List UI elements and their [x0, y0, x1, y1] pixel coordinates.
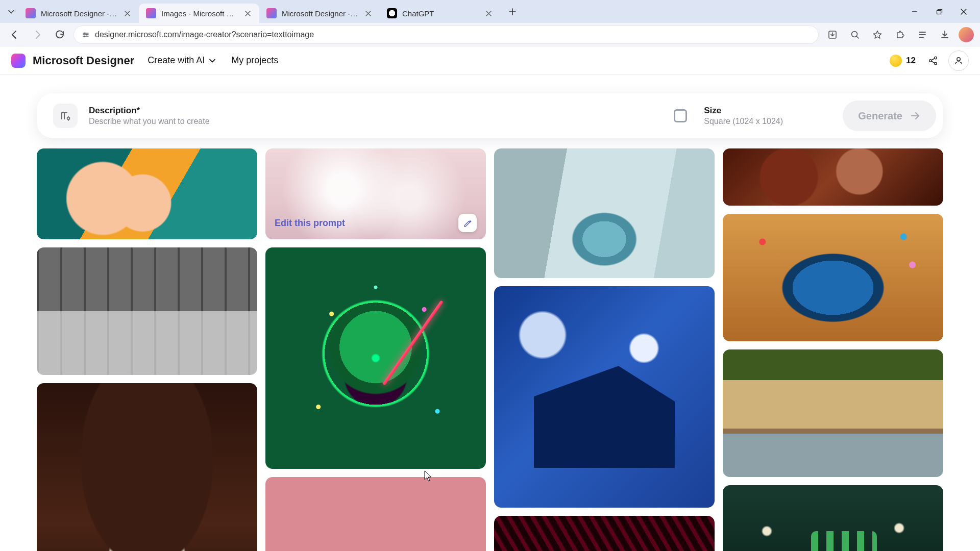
tab-title: Microsoft Designer - Stunning [41, 9, 117, 18]
downloads-button[interactable] [936, 26, 953, 43]
gallery-column [494, 148, 715, 551]
svg-point-5 [852, 31, 857, 37]
tab-close-button[interactable] [363, 9, 373, 18]
svg-point-6 [929, 59, 932, 61]
window-close-button[interactable] [951, 2, 976, 22]
browser-tabs: Microsoft Designer - Stunning Images - M… [18, 0, 902, 23]
site-info-button[interactable] [82, 31, 90, 39]
edit-prompt-button[interactable] [458, 214, 477, 232]
browser-titlebar: Microsoft Designer - Stunning Images - M… [0, 0, 980, 23]
designer-favicon-icon [26, 8, 36, 18]
forward-button[interactable] [29, 26, 46, 43]
close-icon [486, 11, 492, 16]
address-bar[interactable]: designer.microsoft.com/image-creator?sce… [74, 26, 819, 44]
account-button[interactable] [948, 51, 969, 71]
close-icon [245, 11, 251, 16]
reading-list-button[interactable] [914, 26, 931, 43]
gallery-card[interactable] [37, 383, 257, 551]
description-label: Description* [89, 106, 210, 116]
gallery-column [37, 148, 257, 551]
svg-point-2 [86, 34, 87, 35]
nav-my-projects[interactable]: My projects [231, 55, 278, 66]
close-icon [365, 11, 371, 16]
gallery-card[interactable] [494, 516, 715, 551]
restore-icon [936, 8, 943, 15]
gallery-card[interactable] [723, 214, 943, 341]
tab-close-button[interactable] [122, 9, 132, 18]
back-button[interactable] [6, 26, 23, 43]
tab-close-button[interactable] [243, 9, 252, 18]
gallery-card[interactable] [494, 286, 715, 508]
install-app-button[interactable] [824, 26, 841, 43]
tab-search-dropdown[interactable] [4, 5, 18, 19]
plus-icon [509, 8, 516, 15]
designer-favicon-icon [266, 8, 277, 18]
gallery-card[interactable] [37, 148, 257, 239]
tab-title: Images - Microsoft Designer [161, 9, 238, 18]
nav-create-with-ai[interactable]: Create with AI [148, 55, 216, 66]
url-text: designer.microsoft.com/image-creator?sce… [95, 30, 314, 39]
svg-point-9 [957, 57, 960, 60]
brand-title[interactable]: Microsoft Designer [33, 54, 134, 67]
chatgpt-favicon-icon [387, 8, 397, 18]
gallery-column [723, 148, 943, 551]
chevron-down-icon [209, 57, 216, 64]
person-icon [953, 56, 964, 66]
reload-button[interactable] [51, 26, 68, 43]
browser-tab[interactable]: Images - Microsoft Designer [139, 4, 259, 23]
credits-indicator[interactable]: 12 [890, 55, 916, 67]
browser-toolbar: designer.microsoft.com/image-creator?sce… [0, 23, 980, 46]
tab-close-button[interactable] [484, 9, 493, 18]
close-icon [125, 11, 130, 16]
chevron-down-icon [8, 9, 14, 15]
gallery-card[interactable] [723, 349, 943, 477]
gallery-card[interactable] [265, 247, 486, 469]
gallery-card[interactable]: Edit this prompt [265, 148, 486, 239]
gallery-column: Edit this prompt [265, 148, 486, 551]
designer-favicon-icon [146, 8, 156, 18]
tab-title: ChatGPT [402, 9, 479, 18]
window-minimize-button[interactable] [902, 2, 927, 22]
browser-tab[interactable]: Microsoft Designer - Stunning [18, 4, 139, 23]
close-icon [960, 8, 967, 15]
description-placeholder: Describe what you want to create [89, 117, 210, 126]
svg-point-7 [935, 57, 937, 59]
reload-icon [55, 30, 65, 40]
svg-point-1 [84, 32, 85, 34]
list-icon [917, 30, 927, 40]
puzzle-icon [895, 30, 905, 40]
share-button[interactable] [923, 51, 943, 71]
size-label: Size [704, 106, 783, 116]
gallery-card[interactable] [723, 148, 943, 206]
download-icon [940, 30, 950, 40]
arrow-right-icon [910, 110, 921, 121]
new-tab-button[interactable] [503, 3, 522, 21]
gallery-card[interactable] [265, 477, 486, 551]
gallery-card[interactable] [37, 247, 257, 375]
extensions-button[interactable] [891, 26, 909, 43]
zoom-button[interactable] [846, 26, 864, 43]
size-field[interactable]: Size Square (1024 x 1024) [665, 98, 839, 133]
svg-point-10 [67, 117, 70, 120]
nav-projects-label: My projects [231, 55, 278, 66]
browser-tab[interactable]: Microsoft Designer - Stunning [259, 4, 380, 23]
size-icon [668, 104, 693, 128]
tab-title: Microsoft Designer - Stunning [282, 9, 358, 18]
minimize-icon [911, 8, 918, 15]
browser-tab[interactable]: ChatGPT [380, 4, 500, 23]
description-field[interactable]: Description* Describe what you want to c… [50, 98, 661, 133]
generate-button[interactable]: Generate [843, 101, 936, 131]
zoom-icon [850, 30, 860, 40]
coin-icon [890, 55, 902, 67]
prompt-bar: Description* Describe what you want to c… [37, 93, 943, 138]
app-header: Microsoft Designer Create with AI My pro… [0, 46, 980, 75]
gallery-card[interactable] [723, 485, 943, 551]
designer-logo-icon [11, 54, 26, 68]
star-icon [872, 30, 883, 40]
bookmark-button[interactable] [869, 26, 886, 43]
text-prompt-icon [53, 104, 78, 128]
profile-avatar-button[interactable] [959, 27, 974, 42]
gallery-card[interactable] [494, 148, 715, 278]
share-icon [927, 55, 939, 66]
window-restore-button[interactable] [927, 2, 951, 22]
